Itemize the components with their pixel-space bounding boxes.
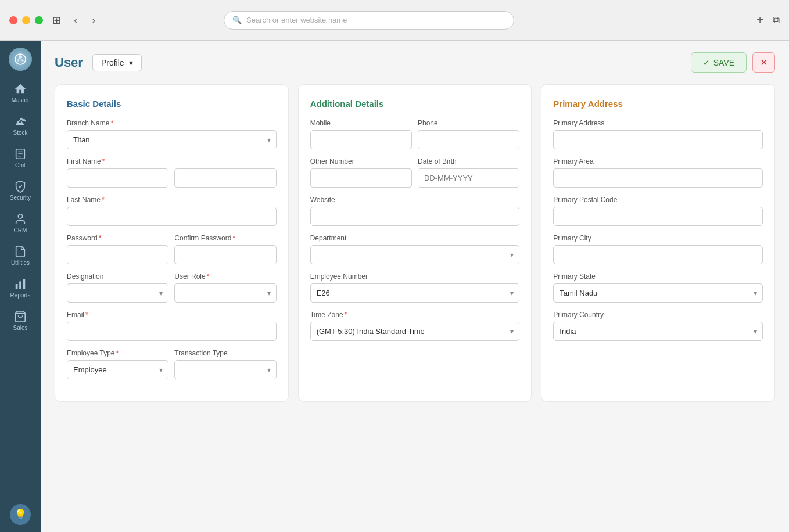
dob-input[interactable] <box>418 168 519 188</box>
employee-type-wrap: Employee Type Employee <box>67 349 168 379</box>
employee-type-select[interactable]: Employee <box>67 360 168 379</box>
employee-type-row: Employee Type Employee Transaction Type <box>67 349 277 379</box>
sidebar-item-reports-label: Reports <box>10 292 30 299</box>
designation-select[interactable] <box>67 283 168 303</box>
transaction-type-select[interactable] <box>174 360 276 379</box>
email-input[interactable] <box>67 322 277 341</box>
primary-city-label: Primary City <box>553 234 763 242</box>
sidebar-toggle-button[interactable]: ⊞ <box>50 12 63 29</box>
sidebar: Master Stock Chit Security CRM Utilities… <box>0 41 41 532</box>
primary-address-title: Primary Address <box>553 99 763 109</box>
confirm-password-input[interactable] <box>174 245 276 264</box>
branch-name-select[interactable]: Titan <box>67 130 277 149</box>
close-traffic-light[interactable] <box>9 16 17 24</box>
email-row: Email <box>67 311 277 341</box>
timezone-select[interactable]: (GMT 5:30) India Standard Time <box>310 322 520 341</box>
back-button[interactable]: ‹ <box>70 11 81 29</box>
primary-address-input[interactable] <box>553 130 763 149</box>
additional-details-title: Additional Details <box>310 99 520 109</box>
department-select[interactable] <box>310 245 520 264</box>
website-input[interactable] <box>310 207 520 226</box>
search-icon: 🔍 <box>232 16 242 24</box>
password-row: Password Confirm Password <box>67 234 277 264</box>
primary-country-row: Primary Country India <box>553 311 763 341</box>
basic-details-panel: Basic Details Branch Name Titan First Na… <box>55 84 289 402</box>
primary-address-row: Primary Address <box>553 119 763 149</box>
traffic-lights <box>9 16 43 24</box>
mobile-label: Mobile <box>310 119 412 127</box>
sidebar-item-crm-label: CRM <box>14 227 27 233</box>
last-name-input[interactable] <box>67 207 277 226</box>
address-text: Search or enter website name <box>246 16 347 24</box>
address-bar[interactable]: 🔍 Search or enter website name <box>224 11 514 30</box>
forward-button[interactable]: › <box>88 11 99 29</box>
sidebar-item-reports[interactable]: Reports <box>2 273 38 303</box>
close-button[interactable]: ✕ <box>752 52 775 73</box>
first-name-second-wrap <box>174 157 276 188</box>
user-role-wrap: User Role <box>174 272 276 303</box>
user-role-label: User Role <box>174 272 276 281</box>
add-tab-icon[interactable]: + <box>756 13 763 27</box>
copy-icon[interactable]: ⧉ <box>773 15 780 26</box>
basic-details-title: Basic Details <box>67 99 277 109</box>
other-number-label: Other Number <box>310 157 412 166</box>
mobile-input[interactable] <box>310 130 412 149</box>
primary-city-row: Primary City <box>553 234 763 264</box>
svg-rect-8 <box>23 279 26 289</box>
chevron-down-icon: ▾ <box>129 58 133 67</box>
fullscreen-traffic-light[interactable] <box>35 16 43 24</box>
page-title: User <box>55 55 83 70</box>
other-number-dob-row: Other Number Date of Birth <box>310 157 520 188</box>
sidebar-item-crm[interactable]: CRM <box>2 208 38 238</box>
sidebar-item-sales[interactable]: Sales <box>2 305 38 336</box>
minimize-traffic-light[interactable] <box>22 16 30 24</box>
first-name-row: First Name <box>67 157 277 188</box>
primary-country-select-wrap: India <box>553 322 763 341</box>
other-number-input[interactable] <box>310 168 412 188</box>
confirm-password-label: Confirm Password <box>174 234 276 242</box>
employee-number-select-wrap: E26 <box>310 283 520 303</box>
designation-select-wrap <box>67 283 168 303</box>
svg-point-5 <box>18 214 22 218</box>
sidebar-item-master[interactable]: Master <box>2 78 38 108</box>
sidebar-item-stock[interactable]: Stock <box>2 110 38 141</box>
dob-wrap: Date of Birth <box>418 157 519 188</box>
employee-number-row: Employee Number E26 <box>310 272 520 303</box>
transaction-type-label: Transaction Type <box>174 349 276 357</box>
primary-area-input[interactable] <box>553 168 763 188</box>
titlebar: ⊞ ‹ › 🔍 Search or enter website name + ⧉ <box>0 0 789 41</box>
save-button[interactable]: ✓ SAVE <box>691 52 747 73</box>
profile-dropdown[interactable]: Profile ▾ <box>92 54 142 71</box>
svg-point-3 <box>21 59 24 62</box>
primary-postal-code-input[interactable] <box>553 207 763 226</box>
transaction-type-wrap: Transaction Type <box>174 349 276 379</box>
browser-actions: + ⧉ <box>756 13 780 27</box>
content-area: User Profile ▾ ✓ SAVE ✕ Basic Details <box>41 41 789 532</box>
svg-point-2 <box>17 59 19 62</box>
designation-wrap: Designation <box>67 272 168 303</box>
first-name-second-input[interactable] <box>174 168 276 188</box>
employee-number-select[interactable]: E26 <box>310 283 520 303</box>
first-name-input[interactable] <box>67 168 168 188</box>
sidebar-item-master-label: Master <box>12 97 30 103</box>
website-row: Website <box>310 196 520 226</box>
primary-postal-code-row: Primary Postal Code <box>553 196 763 226</box>
primary-state-select[interactable]: Tamil Nadu <box>553 283 763 303</box>
password-input[interactable] <box>67 245 168 264</box>
sidebar-item-security[interactable]: Security <box>2 175 38 206</box>
header-actions: ✓ SAVE ✕ <box>691 52 775 73</box>
sidebar-item-utilities[interactable]: Utilities <box>2 240 38 271</box>
sidebar-item-chit[interactable]: Chit <box>2 143 38 173</box>
svg-rect-7 <box>19 281 21 289</box>
branch-name-select-wrap: Titan <box>67 130 277 149</box>
dob-label: Date of Birth <box>418 157 519 166</box>
primary-country-select[interactable]: India <box>553 322 763 341</box>
bulb-button[interactable]: 💡 <box>10 504 31 525</box>
close-icon: ✕ <box>760 57 768 67</box>
sidebar-item-stock-label: Stock <box>13 130 27 136</box>
branch-name-label: Branch Name <box>67 119 277 127</box>
password-label: Password <box>67 234 168 242</box>
user-role-select[interactable] <box>174 283 276 303</box>
phone-input[interactable] <box>418 130 519 149</box>
primary-city-input[interactable] <box>553 245 763 264</box>
